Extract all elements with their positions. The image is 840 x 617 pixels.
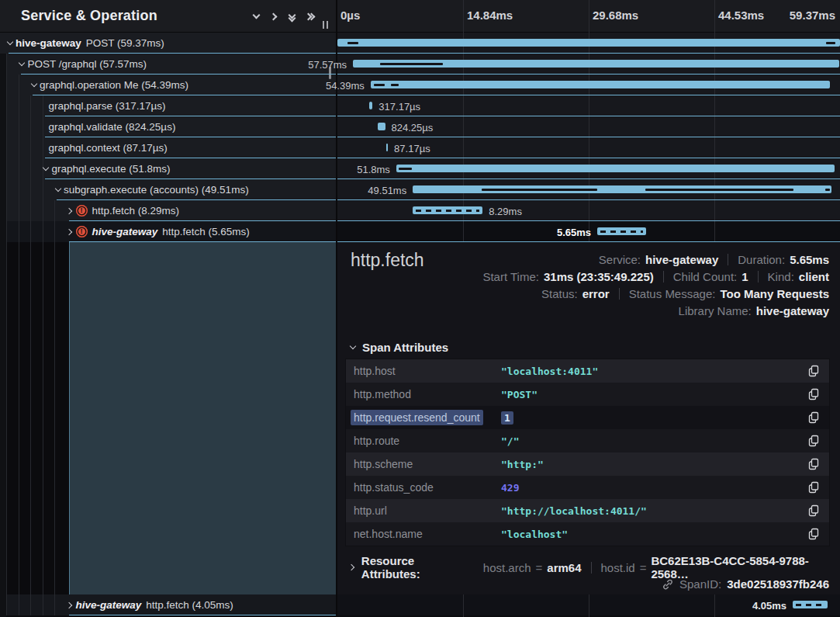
copy-icon[interactable] [807,435,820,447]
time-tick-label: 29.68ms [593,9,638,22]
copy-icon[interactable] [807,365,820,377]
attribute-row[interactable]: http.scheme"http:" [346,452,829,476]
copy-icon[interactable] [807,458,820,470]
copy-icon[interactable] [807,411,820,424]
error-icon: ! [76,205,88,217]
span-attributes-section-header[interactable]: Span Attributes [351,341,448,354]
tree-row[interactable]: hive-gatewayPOST (59.37ms) [0,33,336,54]
attribute-value: "POST" [501,389,538,400]
copy-icon[interactable] [807,481,820,494]
meta-value: 1 [741,270,748,283]
tree-row[interactable]: graphql.operation Me (54.39ms) [0,75,336,95]
child-span-mark [645,189,794,191]
tree-row[interactable]: hive-gatewayhttp.fetch (4.05ms) [0,594,336,615]
span-duration-bar[interactable] [371,81,830,88]
span-duration-bar[interactable] [353,60,839,68]
collapse-one-icon[interactable] [253,12,261,19]
span-tree-rows: hive-gatewayPOST (59.37ms)POST /graphql … [0,33,336,242]
attribute-key: http.request.resend_count [354,411,501,424]
copy-icon[interactable] [807,504,820,517]
meta-separator [619,288,620,300]
tree-row[interactable]: graphql.validate (824.25µs) [0,116,336,137]
row-divider [45,116,337,116]
span-duration-bar[interactable] [396,165,835,172]
tree-row[interactable]: !hive-gatewayhttp.fetch (5.65ms) [0,221,336,242]
span-duration-bar[interactable] [597,227,646,235]
span-duration-bar[interactable] [337,39,840,47]
attribute-value: "http:" [501,459,544,470]
copy-icon[interactable] [807,528,820,540]
tree-header: Service & Operation [0,0,336,33]
expand-one-icon[interactable] [270,12,278,20]
meta-value: client [799,270,829,283]
tree-row[interactable]: !http.fetch (8.29ms) [0,200,336,221]
copy-icon[interactable] [807,388,820,400]
attribute-row[interactable]: http.route"/" [346,429,829,452]
duration-label: 317.17µs [379,100,420,112]
service-name: hive-gateway [76,599,142,611]
span-operation-label: graphql.parse (317.17µs) [49,100,166,112]
child-span-mark [391,84,398,86]
row-divider [337,158,840,158]
attribute-key: http.method [354,388,501,400]
span-detail-panel: http.fetch Service:hive-gatewayDuration:… [337,242,840,594]
chevron-right-icon[interactable] [64,209,76,213]
resource-attributes-row[interactable]: Resource Attributes: host.arch=arm64host… [351,554,840,581]
attribute-key: http.url [354,504,501,517]
meta-line: Status:errorStatus Message:Too Many Requ… [482,285,829,302]
tree-row[interactable]: subgraph.execute (accounts) (49.51ms) [0,179,336,200]
meta-line: Service:hive-gatewayDuration:5.65ms [482,251,829,268]
attribute-row[interactable]: http.url"http://localhost:4011/" [346,499,829,522]
panel-resize-handle[interactable] [323,21,328,29]
span-operation-label: POST (59.37ms) [86,37,164,49]
chevron-down-icon[interactable] [16,63,28,65]
attribute-value: 429 [501,482,519,494]
span-duration-bar[interactable] [413,185,831,193]
row-divider [337,53,840,54]
resource-value: BC62E13B-C4CC-5854-9788-2568… [651,554,840,581]
child-span-mark [347,42,358,44]
resource-value: arm64 [547,561,581,574]
attribute-key: http.scheme [354,458,501,470]
chevron-down-icon[interactable] [52,189,64,191]
indent-column [0,54,6,617]
attribute-row[interactable]: http.request.resend_count1 [346,406,829,429]
tree-row[interactable]: graphql.parse (317.17µs) [0,95,336,116]
span-duration-bar[interactable] [413,206,482,214]
tree-row[interactable]: graphql.execute (51.8ms) [0,158,336,179]
attribute-row[interactable]: http.host"localhost:4011" [346,359,829,383]
child-span-mark [399,168,412,170]
attribute-row[interactable]: http.method"POST" [346,383,829,406]
meta-separator [758,271,759,283]
row-divider [337,74,840,75]
collapse-all-icon[interactable] [289,12,295,21]
chevron-down-icon[interactable] [40,168,52,170]
attribute-row[interactable]: http.status_code429 [346,476,829,499]
chevron-right-icon[interactable] [64,603,76,608]
attribute-key: http.status_code [354,481,501,494]
link-icon[interactable] [662,578,674,591]
span-duration-bar[interactable] [793,601,828,608]
span-duration-bar[interactable] [386,144,388,151]
timeline-panel: 0µs14.84ms29.68ms44.53ms59.37ms 57.57ms5… [337,0,840,617]
tree-row[interactable]: POST /graphql (57.57ms) [0,54,336,75]
duration-label: 824.25µs [392,121,434,133]
chevron-right-icon [348,564,354,570]
span-duration-bar[interactable] [369,102,372,109]
meta-value: 31ms (23:35:49.225) [544,270,654,283]
row-divider [337,199,840,200]
span-tree-bottom-row: hive-gatewayhttp.fetch (4.05ms) [0,594,336,615]
attribute-row[interactable]: net.host.name"localhost" [346,522,829,546]
chevron-down-icon[interactable] [4,42,16,44]
span-duration-bar[interactable] [378,123,385,130]
chevron-down-icon[interactable] [28,84,40,86]
equals-sign: = [536,561,543,574]
selected-span-expanded-area [69,242,336,594]
tree-row[interactable]: graphql.context (87.17µs) [0,137,336,158]
duration-label: 5.65ms [557,226,591,237]
expand-all-icon[interactable] [308,14,314,19]
attribute-value: "/" [501,435,519,447]
meta-label: Kind: [768,270,794,283]
chevron-right-icon[interactable] [64,230,76,234]
meta-separator [728,254,728,265]
